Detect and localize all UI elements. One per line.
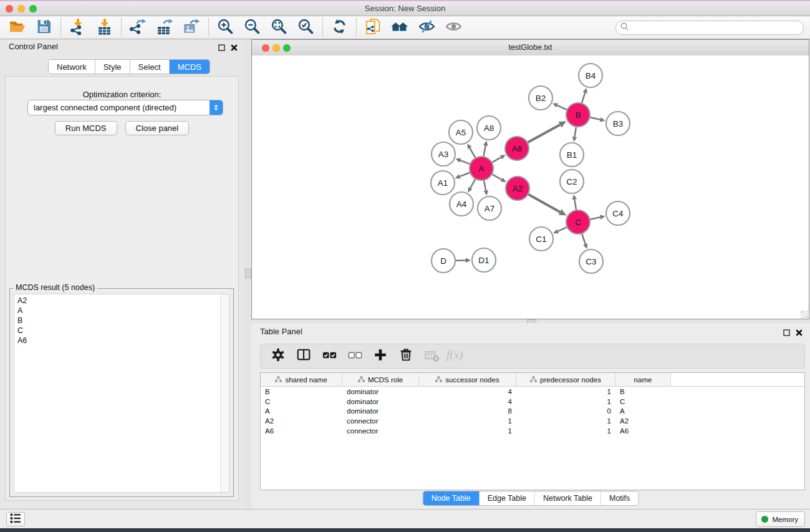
graph-edge-A-A8[interactable] (484, 146, 486, 157)
graph-node-B3[interactable]: B3 (606, 112, 630, 135)
close-panel-button[interactable]: Close panel (125, 121, 190, 135)
table-cell[interactable]: A2 (615, 417, 671, 425)
table-cell[interactable]: B (615, 388, 671, 395)
refresh-button[interactable] (326, 18, 353, 37)
tab-motifs[interactable]: Motifs (601, 491, 638, 505)
graph-edge-B-B1[interactable] (575, 127, 576, 137)
tab-mcds[interactable]: MCDS (170, 60, 210, 74)
show-all-button[interactable] (440, 18, 467, 37)
resize-corner-handle[interactable] (801, 311, 808, 318)
table-cell[interactable]: A2 (261, 417, 342, 425)
tab-edge-table[interactable]: Edge Table (480, 491, 535, 505)
graph-edge-A-A6[interactable] (492, 157, 501, 162)
graph-node-B1[interactable]: B1 (560, 143, 584, 167)
table-cell[interactable]: 1 (419, 427, 516, 435)
tab-style[interactable]: Style (95, 60, 130, 74)
hide-selected-button[interactable] (413, 18, 440, 37)
tab-network-table[interactable]: Network Table (535, 491, 601, 505)
graph-node-A6[interactable]: A6 (505, 137, 529, 160)
table-cell[interactable]: connector (342, 417, 419, 425)
graph-node-B[interactable]: B (566, 103, 590, 127)
delete-column-button[interactable] (396, 347, 416, 365)
search-input[interactable] (629, 22, 803, 33)
graph-edge-B-B3[interactable] (591, 117, 600, 120)
graph-edge-A-A5[interactable] (470, 148, 475, 157)
table-cell[interactable]: connector (342, 427, 419, 435)
close-panel-icon[interactable] (794, 328, 804, 337)
divider-grip[interactable] (245, 269, 251, 278)
scrollbar-track[interactable] (220, 294, 229, 492)
memory-button[interactable]: Memory (756, 511, 805, 527)
graph-edge-C-C3[interactable] (582, 234, 586, 244)
graph-edge-A-A1[interactable] (460, 173, 470, 177)
table-cell[interactable]: dominator (342, 407, 419, 415)
graph-node-B2[interactable]: B2 (529, 86, 552, 110)
table-cell[interactable]: 4 (419, 398, 516, 405)
graph-node-D1[interactable]: D1 (472, 248, 496, 272)
graph-edge-A2-C[interactable] (529, 195, 561, 212)
save-session-button[interactable] (31, 18, 57, 37)
graph-node-A8[interactable]: A8 (477, 116, 501, 140)
search-field[interactable] (615, 21, 804, 35)
column-header-shared-name[interactable]: shared name (261, 373, 342, 386)
graph-edge-C-C2[interactable] (574, 200, 576, 210)
table-cell[interactable]: 0 (516, 407, 615, 415)
mcds-result-item[interactable]: B (14, 316, 229, 326)
table-cell[interactable]: 1 (419, 417, 516, 425)
graph-edge-C-C1[interactable] (557, 227, 566, 231)
graph-node-A4[interactable]: A4 (450, 192, 473, 216)
mcds-result-item[interactable]: A (14, 306, 229, 316)
select-all-button[interactable] (319, 347, 339, 365)
table-cell[interactable]: A6 (615, 427, 671, 435)
table-cell[interactable]: 1 (516, 388, 615, 395)
graph-edge-B-B2[interactable] (557, 105, 566, 110)
graph-node-A2[interactable]: A2 (506, 177, 529, 200)
float-panel-icon[interactable] (782, 328, 791, 337)
run-mcds-button[interactable]: Run MCDS (55, 121, 117, 135)
open-file-button[interactable] (4, 18, 31, 37)
table-row[interactable]: A6connector11A6 (261, 426, 804, 436)
column-header-MCDS-role[interactable]: MCDS role (342, 373, 419, 386)
zoom-selected-button[interactable] (292, 18, 319, 37)
table-cell[interactable]: A (615, 407, 671, 415)
home-button[interactable] (387, 18, 413, 37)
tab-select[interactable]: Select (130, 60, 170, 74)
task-history-button[interactable] (6, 512, 25, 526)
import-network-button[interactable] (64, 18, 91, 37)
graph-node-C3[interactable]: C3 (579, 249, 603, 273)
table-cell[interactable]: C (615, 398, 671, 405)
graph-node-A3[interactable]: A3 (432, 142, 455, 166)
gear-button[interactable] (268, 347, 288, 365)
vertical-split-divider[interactable] (244, 39, 251, 510)
graph-edge-C-C4[interactable] (591, 217, 600, 220)
column-header-predecessor-nodes[interactable]: predecessor nodes (516, 373, 615, 386)
graph-node-A5[interactable]: A5 (449, 120, 473, 144)
network-window-titlebar[interactable]: testGlobe.txt (252, 40, 809, 56)
tab-node-table[interactable]: Node Table (423, 491, 480, 505)
graph-edge-B-B4[interactable] (582, 93, 585, 103)
split-view-button[interactable] (294, 347, 314, 365)
table-row[interactable]: A2connector11A2 (261, 416, 804, 426)
table-cell[interactable]: 1 (516, 398, 615, 405)
table-cell[interactable]: 1 (516, 427, 615, 435)
new-network-from-selection-button[interactable] (360, 18, 387, 37)
graph-node-A1[interactable]: A1 (431, 171, 455, 195)
table-row[interactable]: Cdominator41C (261, 397, 804, 407)
export-network-button[interactable] (125, 18, 152, 37)
import-table-button[interactable] (91, 18, 118, 37)
graph-node-D[interactable]: D (432, 249, 455, 273)
table-cell[interactable]: 4 (419, 388, 516, 395)
graph-node-C1[interactable]: C1 (529, 227, 553, 251)
graph-node-B4[interactable]: B4 (579, 64, 602, 87)
zoom-fit-button[interactable] (266, 18, 292, 37)
graph-edge-A-A4[interactable] (470, 179, 475, 188)
zoom-out-button[interactable] (239, 18, 266, 37)
table-row[interactable]: Bdominator41B (261, 387, 804, 397)
column-header-name[interactable]: name (615, 373, 671, 386)
table-cell[interactable]: dominator (342, 398, 419, 405)
mcds-result-list[interactable]: A2ABCA6 (14, 294, 229, 493)
graph-edge-A-A2[interactable] (493, 175, 502, 180)
deselect-all-button[interactable] (345, 347, 365, 365)
graph-edge-A-A3[interactable] (460, 160, 470, 164)
mcds-result-item[interactable]: A2 (14, 294, 229, 306)
